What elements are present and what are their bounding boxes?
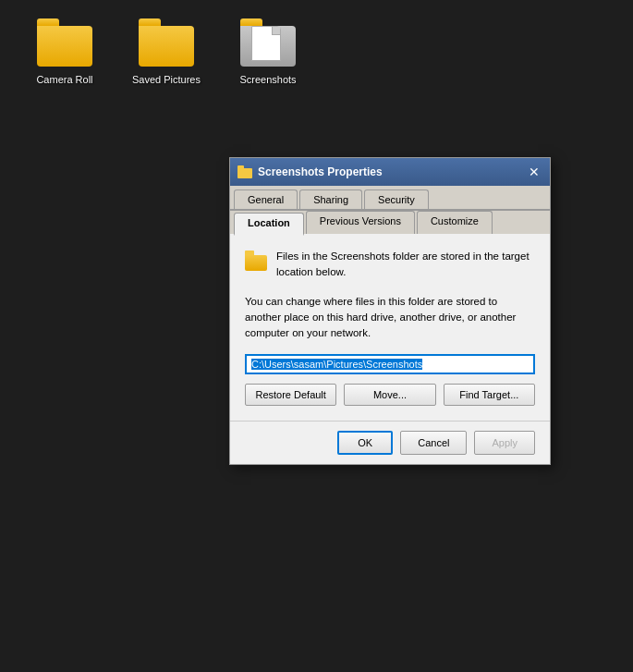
dialog-footer: OK Cancel Apply bbox=[230, 421, 550, 464]
tab-security[interactable]: Security bbox=[364, 189, 429, 209]
tab-location[interactable]: Location bbox=[234, 213, 304, 236]
change-description: You can change where files in this folde… bbox=[245, 294, 535, 342]
cancel-button[interactable]: Cancel bbox=[400, 431, 467, 455]
path-input[interactable] bbox=[245, 354, 535, 374]
find-target-button[interactable]: Find Target... bbox=[444, 384, 535, 406]
tabs-row2: Location Previous Versions Customize bbox=[230, 211, 550, 234]
tab-customize[interactable]: Customize bbox=[417, 211, 493, 234]
dialog-content: Files in the Screenshots folder are stor… bbox=[230, 234, 550, 421]
location-description: Files in the Screenshots folder are stor… bbox=[276, 249, 535, 281]
close-button[interactable]: ✕ bbox=[526, 164, 542, 180]
apply-button[interactable]: Apply bbox=[474, 431, 535, 455]
action-buttons: Restore Default Move... Find Target... bbox=[245, 384, 535, 406]
dialog-title: Screenshots Properties bbox=[258, 165, 383, 178]
ok-button[interactable]: OK bbox=[337, 431, 393, 455]
dialog-overlay: Screenshots Properties ✕ General Sharing… bbox=[0, 0, 633, 672]
tab-general[interactable]: General bbox=[234, 189, 298, 209]
move-button[interactable]: Move... bbox=[344, 384, 435, 406]
tab-previous-versions[interactable]: Previous Versions bbox=[306, 211, 415, 234]
titlebar-folder-icon bbox=[237, 165, 252, 178]
properties-dialog: Screenshots Properties ✕ General Sharing… bbox=[229, 157, 551, 465]
small-folder-icon bbox=[245, 250, 267, 271]
restore-default-button[interactable]: Restore Default bbox=[245, 384, 336, 406]
tabs-row1: General Sharing Security bbox=[230, 186, 550, 211]
titlebar-left: Screenshots Properties bbox=[237, 165, 383, 178]
location-header: Files in the Screenshots folder are stor… bbox=[245, 249, 535, 281]
dialog-titlebar: Screenshots Properties ✕ bbox=[230, 158, 550, 186]
tab-sharing[interactable]: Sharing bbox=[299, 189, 362, 209]
